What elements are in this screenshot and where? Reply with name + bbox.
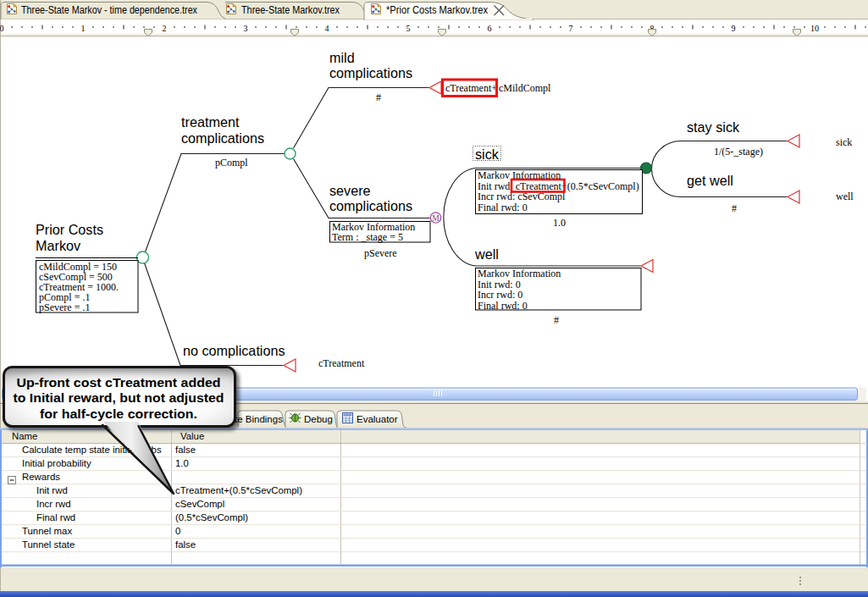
svg-text:M: M [432,214,440,223]
svg-text:Three-State Markov.trex: Three-State Markov.trex [241,4,340,16]
svg-text:Up-front cost cTreatment added: Up-front cost cTreatment added [17,376,221,390]
svg-text:cTreatment: cTreatment [318,357,365,369]
svg-text:Evaluator: Evaluator [357,414,398,424]
svg-text:(0.5*cSevCompl): (0.5*cSevCompl) [175,512,248,522]
svg-text:for half-cycle correction.: for half-cycle correction. [40,407,197,421]
svg-text:Tunnel state: Tunnel state [22,539,75,550]
svg-text:complications: complications [329,198,412,213]
svg-text:Debug: Debug [304,414,333,424]
svg-text:severe: severe [329,183,371,198]
svg-text:0: 0 [175,526,180,536]
svg-text:well: well [474,246,499,262]
svg-text:to Initial reward, but not adj: to Initial reward, but not adjusted [14,391,224,405]
svg-text:Prior Costs: Prior Costs [36,222,103,237]
svg-text:Final rwd: 0: Final rwd: 0 [478,202,528,213]
svg-text:1.0: 1.0 [175,458,189,468]
svg-text:#: # [376,91,381,103]
svg-text:Term : _stage = 5: Term : _stage = 5 [332,231,403,243]
svg-text:pCompl: pCompl [215,157,248,169]
svg-text:Name: Name [12,431,37,441]
svg-text:cTreatment+(0.5*cSevCompl): cTreatment+(0.5*cSevCompl) [175,485,302,495]
svg-text:*Prior Costs Markov.trex: *Prior Costs Markov.trex [386,4,488,16]
svg-text:0: 0 [0,24,4,33]
svg-text:7: 7 [569,24,573,33]
svg-text:Tunnel max: Tunnel max [22,526,72,536]
svg-text:get well: get well [687,173,733,188]
svg-text:#: # [554,314,559,326]
svg-text:3: 3 [244,24,248,33]
svg-text:no complications: no complications [183,343,285,358]
svg-text:treatment: treatment [181,114,240,130]
svg-text:complications: complications [181,130,264,146]
svg-text:complications: complications [329,65,412,80]
svg-text:Markov: Markov [36,238,81,253]
svg-text:Final rwd: Final rwd [36,512,75,522]
svg-text:#: # [732,202,737,214]
svg-text:mild: mild [329,50,355,65]
svg-text:9: 9 [732,24,736,33]
svg-text:5: 5 [406,24,411,33]
svg-text:1/(5-_stage): 1/(5-_stage) [714,146,763,158]
svg-text:sick: sick [836,136,852,148]
svg-text:Three-State Markov - time depe: Three-State Markov - time dependence.tre… [21,4,197,16]
svg-text:2: 2 [163,24,167,33]
svg-text:cMildCompl: cMildCompl [499,82,551,94]
svg-text:false: false [175,539,196,550]
svg-text:Initial probability: Initial probability [22,458,91,468]
svg-text:10: 10 [810,24,819,33]
svg-text:Rewards: Rewards [22,472,60,482]
svg-text:pSevere = .1: pSevere = .1 [39,301,90,313]
svg-text:1: 1 [81,24,86,33]
svg-text:sick: sick [475,146,500,162]
svg-text:6: 6 [488,24,492,33]
svg-text:pSevere: pSevere [364,247,397,259]
svg-text:well: well [836,191,854,202]
svg-text:cTreatment+: cTreatment+ [445,82,497,94]
svg-text:false: false [175,445,196,455]
svg-text:te Bindings: te Bindings [235,414,283,424]
svg-text:Init rwd: Init rwd [36,485,68,495]
svg-text:Final rwd: 0: Final rwd: 0 [478,300,528,312]
svg-text:Incr rwd: Incr rwd [36,499,71,509]
svg-text:Value: Value [180,431,204,441]
svg-text:stay sick: stay sick [687,119,740,135]
svg-text:4: 4 [325,24,329,33]
svg-text:cSevCompl: cSevCompl [175,499,224,509]
svg-text:1.0: 1.0 [553,217,566,229]
